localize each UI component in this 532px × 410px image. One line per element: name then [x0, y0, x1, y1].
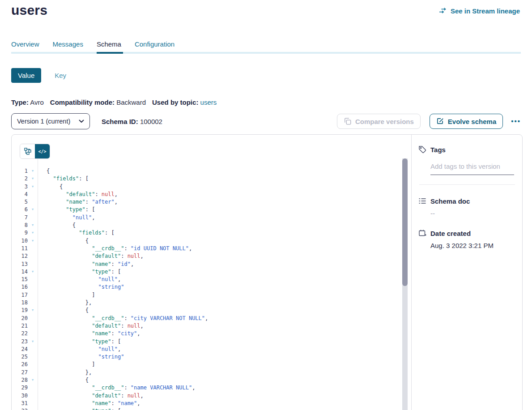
code-line: 29 "__crdb__": "name VARCHAR NULL",: [12, 384, 411, 392]
code-text: "type": [: [38, 407, 121, 410]
code-line: 14▼ "type": [: [12, 268, 411, 276]
fold-toggle-icon[interactable]: ▼: [28, 307, 38, 314]
schema-meta-row: Type: Avro Compatibility mode: Backward …: [11, 98, 217, 106]
code-text: "null",: [38, 214, 95, 222]
schema-doc-heading: Schema doc: [418, 197, 515, 205]
fold-toggle-icon[interactable]: ▼: [28, 229, 38, 237]
code-text: ]: [38, 361, 95, 368]
tags-input[interactable]: [430, 162, 514, 175]
meta-topic: Used by topic: users: [152, 98, 217, 106]
tab-messages[interactable]: Messages: [53, 40, 83, 48]
fold-spacer: [28, 315, 38, 322]
tags-heading-label: Tags: [430, 146, 446, 154]
code-line: 21 "default": null,: [12, 322, 411, 330]
code-line: 24 "null",: [12, 346, 411, 353]
evolve-schema-label: Evolve schema: [448, 118, 496, 125]
meta-type: Type: Avro: [11, 98, 44, 106]
key-toggle-button[interactable]: Key: [55, 72, 66, 79]
schema-sidebar: Tags Schema doc --: [412, 135, 522, 410]
line-number: 5: [12, 198, 28, 206]
code-text: {: [38, 307, 89, 314]
fold-toggle-icon[interactable]: ▼: [28, 338, 38, 346]
line-number: 3: [12, 183, 28, 191]
code-text: "string": [38, 353, 124, 361]
more-actions-button[interactable]: •••: [511, 119, 521, 124]
code-text: "type": [: [38, 338, 121, 346]
editor-scrollbar-track[interactable]: [402, 158, 408, 410]
code-text: "default": null,: [38, 322, 144, 330]
compare-versions-label: Compare versions: [355, 118, 414, 125]
code-line: 6▼ "type": [: [12, 206, 411, 214]
line-number: 2: [12, 175, 28, 183]
version-select[interactable]: Version 1 (current): [11, 113, 90, 129]
fold-spacer: [28, 346, 38, 353]
code-line: 32▼ "type": [: [12, 407, 411, 410]
code-text: "fields": [: [38, 229, 115, 237]
fold-toggle-icon[interactable]: ▼: [28, 183, 38, 191]
line-number: 27: [12, 369, 28, 376]
topic-link[interactable]: users: [200, 98, 217, 106]
line-number: 1: [12, 167, 28, 175]
line-number: 11: [12, 245, 28, 252]
value-toggle-button[interactable]: Value: [11, 68, 41, 83]
code-text: "name": "name",: [38, 400, 140, 407]
code-text: "type": [: [38, 206, 95, 214]
tab-configuration[interactable]: Configuration: [135, 40, 174, 48]
line-number: 14: [12, 268, 28, 276]
fold-toggle-icon[interactable]: ▼: [28, 175, 38, 183]
tree-view-button[interactable]: [20, 144, 35, 158]
fold-toggle-icon[interactable]: ▼: [28, 206, 38, 214]
fold-toggle-icon[interactable]: ▼: [28, 167, 38, 175]
compare-versions-button[interactable]: Compare versions: [337, 114, 421, 129]
code-line: 27 },: [12, 369, 411, 376]
fold-spacer: [28, 369, 38, 376]
fold-toggle-icon[interactable]: ▼: [28, 376, 38, 384]
code-text: "__crdb__": "id UUID NOT NULL",: [38, 245, 192, 252]
code-text: "type": [: [38, 268, 121, 276]
fold-spacer: [28, 214, 38, 222]
code-region[interactable]: 1▼{2▼ "fields": [3▼ {4 "default": null,5…: [12, 158, 411, 410]
line-number: 13: [12, 261, 28, 268]
line-number: 23: [12, 338, 28, 346]
sidebar-divider: [419, 184, 515, 185]
type-label: Type:: [11, 98, 29, 106]
fold-toggle-icon[interactable]: ▼: [28, 237, 38, 245]
fold-toggle-icon[interactable]: ▼: [28, 222, 38, 229]
fold-toggle-icon[interactable]: ▼: [28, 407, 38, 410]
code-view-button[interactable]: </>: [35, 144, 50, 158]
version-select-value: Version 1 (current): [17, 118, 70, 125]
line-number: 22: [12, 330, 28, 337]
line-number: 7: [12, 214, 28, 222]
fold-toggle-icon[interactable]: ▼: [28, 268, 38, 276]
line-number: 25: [12, 353, 28, 361]
code-line: 25 "string": [12, 353, 411, 361]
line-number: 10: [12, 237, 28, 245]
compatibility-value: Backward: [116, 98, 146, 106]
code-text: {: [38, 183, 63, 191]
code-line: 20 "__crdb__": "city VARCHAR NOT NULL",: [12, 315, 411, 322]
code-line: 13 "name": "id",: [12, 261, 411, 268]
meta-compatibility: Compatibility mode: Backward: [50, 98, 146, 106]
editor-scrollbar-thumb[interactable]: [402, 158, 408, 286]
evolve-schema-button[interactable]: Evolve schema: [430, 114, 503, 129]
code-line: 8▼ {: [12, 222, 411, 229]
code-text: {: [38, 222, 76, 229]
schema-editor[interactable]: </> 1▼{2▼ "fields": [3▼ {4 "default": nu…: [12, 135, 412, 410]
evolve-schema-icon: [436, 117, 444, 125]
code-line: 5 "name": "after",: [12, 198, 411, 206]
code-line: 23▼ "type": [: [12, 338, 411, 346]
tab-overview[interactable]: Overview: [11, 40, 39, 48]
fold-spacer: [28, 361, 38, 368]
fold-spacer: [28, 392, 38, 400]
fold-spacer: [28, 276, 38, 283]
code-text: {: [38, 167, 50, 175]
line-number: 17: [12, 291, 28, 299]
code-line: 10▼ {: [12, 237, 411, 245]
stream-lineage-icon: [439, 7, 447, 15]
code-line: 9▼ "fields": [: [12, 229, 411, 237]
code-line: 30 "default": null,: [12, 392, 411, 400]
tab-schema[interactable]: Schema: [97, 40, 121, 48]
code-line: 7 "null",: [12, 214, 411, 222]
code-text: "default": null,: [38, 252, 144, 260]
stream-lineage-link[interactable]: See in Stream lineage: [439, 7, 520, 15]
